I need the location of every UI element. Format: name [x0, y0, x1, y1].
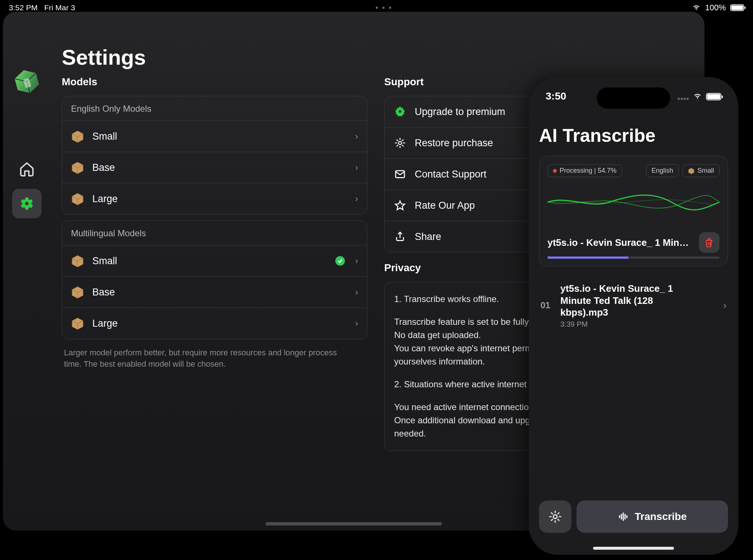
iphone-app-title: AI Transcribe — [539, 125, 728, 146]
multitask-dots[interactable] — [372, 7, 395, 9]
left-rail — [3, 12, 51, 531]
svg-point-6 — [398, 110, 402, 113]
premium-badge-icon — [393, 105, 407, 118]
model-row-english-large[interactable]: Large — [62, 183, 367, 214]
chevron-right-icon — [355, 162, 358, 173]
chevron-right-icon — [355, 287, 358, 297]
star-icon — [393, 199, 407, 212]
package-icon — [71, 286, 84, 299]
page-title: Settings — [62, 45, 690, 69]
list-item-number: 01 — [540, 300, 554, 310]
dynamic-island — [597, 87, 670, 109]
language-pill[interactable]: English — [646, 164, 679, 177]
chevron-right-icon — [355, 318, 358, 329]
settings-icon[interactable] — [12, 189, 42, 218]
app-logo-icon[interactable] — [12, 67, 42, 96]
model-label: Large — [92, 318, 347, 329]
model-label: Base — [92, 162, 347, 173]
model-row-english-small[interactable]: Small — [62, 121, 367, 152]
battery-percent: 100% — [705, 3, 726, 12]
transcription-card: Processing | 54.7% English Small — [539, 156, 728, 266]
wifi-icon — [693, 90, 702, 103]
checkmark-icon — [335, 256, 345, 266]
current-file-name: yt5s.io - Kevin Surace_ 1 Minute... — [547, 237, 694, 248]
english-models-panel: English Only Models Small Base Large — [62, 96, 367, 215]
english-models-header: English Only Models — [62, 96, 367, 121]
multilingual-models-header: Multilingual Models — [62, 221, 367, 245]
package-icon — [71, 130, 84, 143]
processing-pill: Processing | 54.7% — [547, 164, 622, 177]
chevron-right-icon — [723, 300, 727, 311]
package-icon — [71, 192, 84, 205]
package-icon — [71, 317, 84, 330]
status-date: Fri Mar 3 — [44, 3, 75, 12]
models-section-label: Models — [62, 76, 367, 88]
model-row-multi-base[interactable]: Base — [62, 277, 367, 308]
transcribe-button-label: Transcribe — [635, 511, 687, 523]
home-icon[interactable] — [19, 161, 35, 179]
chevron-right-icon — [355, 194, 358, 204]
iphone-time: 3:50 — [546, 90, 566, 103]
package-icon — [71, 161, 84, 174]
chevron-right-icon — [355, 131, 358, 141]
mail-icon — [393, 168, 407, 181]
transcription-list-item[interactable]: 01 yt5s.io - Kevin Surace_ 1 Minute Ted … — [539, 274, 728, 337]
model-label: Base — [92, 287, 347, 298]
battery-icon — [730, 4, 744, 11]
iphone-home-indicator[interactable] — [593, 547, 674, 550]
model-label: Small — [92, 131, 347, 142]
model-size-pill[interactable]: Small — [682, 164, 720, 177]
ipad-home-indicator[interactable] — [265, 522, 442, 525]
model-row-multi-small[interactable]: Small — [62, 245, 367, 277]
pill-label: English — [652, 167, 673, 175]
model-label: Large — [92, 193, 347, 205]
delete-button[interactable] — [699, 232, 720, 253]
battery-icon — [706, 93, 721, 100]
ipad-status-bar: 3:52 PM Fri Mar 3 100% — [0, 0, 753, 12]
package-icon — [688, 168, 695, 174]
package-icon — [71, 254, 84, 268]
pill-label: Small — [697, 167, 714, 175]
model-row-multi-large[interactable]: Large — [62, 308, 367, 339]
cellular-icon — [677, 91, 689, 103]
model-label: Small — [92, 255, 327, 267]
gear-icon — [393, 136, 407, 150]
list-item-time: 3:39 PM — [560, 320, 717, 329]
recording-dot-icon — [553, 169, 557, 173]
svg-marker-8 — [395, 201, 404, 210]
iphone-overlay: 3:50 AI Transcribe Processing | 54.7% En… — [529, 77, 738, 555]
status-time: 3:52 PM — [9, 3, 38, 12]
processing-text: Processing | 54.7% — [560, 167, 617, 175]
waveform-icon — [547, 184, 720, 220]
progress-bar — [547, 256, 720, 259]
transcribe-button[interactable]: Transcribe — [577, 500, 728, 533]
list-item-title: yt5s.io - Kevin Surace_ 1 Minute Ted Tal… — [560, 283, 700, 319]
chevron-right-icon — [355, 256, 358, 266]
share-icon — [393, 230, 407, 243]
iphone-settings-button[interactable] — [539, 500, 571, 533]
multilingual-models-panel: Multilingual Models Small Base — [62, 220, 367, 339]
models-footnote: Larger model perform better, but require… — [62, 345, 356, 372]
waveform-bars-icon — [618, 511, 629, 522]
model-row-english-base[interactable]: Base — [62, 152, 367, 183]
